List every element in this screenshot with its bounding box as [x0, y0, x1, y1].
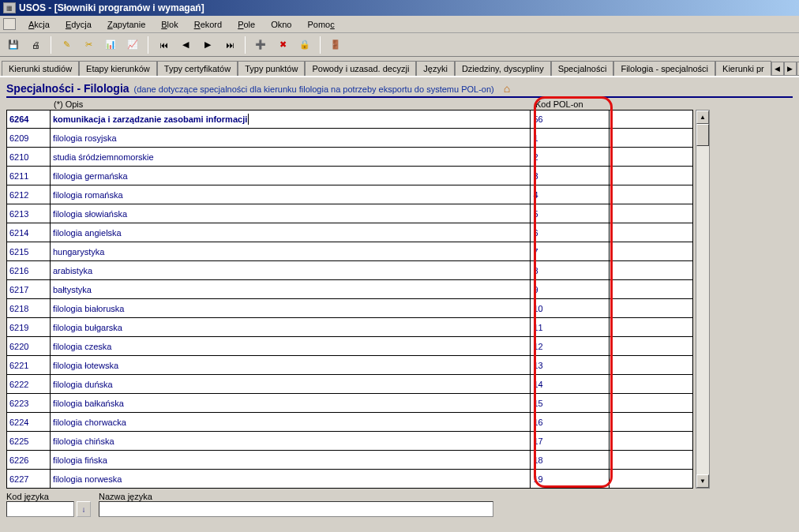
cell-kod[interactable]: 13 — [530, 356, 609, 375]
cell-id[interactable]: 6225 — [6, 432, 50, 451]
cell-opis[interactable]: filologia germańska — [50, 167, 531, 185]
cell-id[interactable]: 6227 — [6, 470, 50, 489]
delete-button[interactable]: ✖ — [274, 36, 291, 54]
cell-extra[interactable] — [609, 299, 693, 318]
cell-extra[interactable] — [609, 110, 693, 129]
tab-scroll-left[interactable]: ◀ — [771, 62, 784, 76]
cell-extra[interactable] — [609, 337, 693, 356]
cell-kod[interactable]: 9 — [530, 280, 609, 299]
cell-id[interactable]: 6213 — [6, 204, 50, 223]
cell-extra[interactable] — [609, 280, 693, 299]
table-row[interactable]: 6224filologia chorwacka16 — [6, 413, 693, 432]
table-row[interactable]: 6264komunikacja i zarządzanie zasobami i… — [6, 110, 693, 129]
cell-id[interactable]: 6224 — [6, 413, 50, 432]
cell-extra[interactable] — [609, 167, 693, 185]
menu-zapytanie[interactable]: Zapytanie — [99, 18, 153, 31]
cell-extra[interactable] — [609, 413, 693, 432]
cell-extra[interactable] — [609, 356, 693, 375]
tab-typy-punkt-w[interactable]: Typy punktów — [238, 61, 305, 76]
cell-id[interactable]: 6215 — [6, 242, 50, 261]
table-row[interactable]: 6217bałtystyka9 — [6, 280, 693, 299]
cell-extra[interactable] — [609, 129, 693, 148]
cell-kod[interactable]: 19 — [530, 470, 609, 489]
cell-kod[interactable]: 11 — [530, 318, 609, 337]
cell-opis[interactable]: filologia rosyjska — [50, 129, 531, 148]
menu-pomoc[interactable]: Pomoc — [299, 18, 342, 31]
menu-edycja[interactable]: Edycja — [58, 18, 99, 31]
cut-button[interactable]: ✂ — [80, 36, 97, 54]
kod-jezyka-lookup-button[interactable]: ↓ — [77, 501, 91, 517]
tab-kierunki-studi-w[interactable]: Kierunki studiów — [2, 61, 79, 76]
cell-kod[interactable]: 15 — [530, 394, 609, 413]
cell-id[interactable]: 6264 — [6, 110, 50, 129]
cell-opis[interactable]: arabistyka — [50, 261, 531, 280]
cell-opis[interactable]: filologia bałkańska — [50, 394, 531, 413]
cell-id[interactable]: 6218 — [6, 299, 50, 318]
cell-opis[interactable]: bałtystyka — [50, 280, 531, 299]
table-row[interactable]: 6211filologia germańska3 — [6, 167, 693, 185]
cell-id[interactable]: 6219 — [6, 318, 50, 337]
scroll-up-arrow[interactable]: ▲ — [696, 111, 709, 124]
cell-opis[interactable]: filologia duńska — [50, 375, 531, 394]
first-button[interactable]: ⏮ — [155, 36, 172, 54]
cell-opis[interactable]: komunikacja i zarządzanie zasobami infor… — [50, 110, 531, 129]
cell-opis[interactable]: filologia angielska — [50, 223, 531, 242]
scroll-thumb[interactable] — [696, 124, 709, 146]
kod-jezyka-input[interactable] — [6, 501, 74, 517]
table-row[interactable]: 6209filologia rosyjska1 — [6, 129, 693, 148]
cell-extra[interactable] — [609, 451, 693, 470]
table-row[interactable]: 6221filologia łotewska13 — [6, 356, 693, 375]
table-row[interactable]: 6212filologia romańska4 — [6, 185, 693, 204]
scroll-track[interactable] — [696, 124, 709, 474]
tab-dziedziny-dyscypliny[interactable]: Dziedziny, dyscypliny — [455, 61, 551, 76]
cell-id[interactable]: 6220 — [6, 337, 50, 356]
lock-button[interactable]: 🔒 — [296, 36, 313, 54]
cell-kod[interactable]: 16 — [530, 413, 609, 432]
cell-opis[interactable]: filologia fińska — [50, 451, 531, 470]
tab-powody-i-uzasad-decyzji[interactable]: Powody i uzasad. decyzji — [305, 61, 416, 76]
cell-kod[interactable]: 8 — [530, 261, 609, 280]
insert-button[interactable]: ➕ — [252, 36, 269, 54]
prev-button[interactable]: ◀ — [177, 36, 194, 54]
table-row[interactable]: 6223filologia bałkańska15 — [6, 394, 693, 413]
menu-pole[interactable]: Pole — [230, 18, 263, 31]
cell-id[interactable]: 6210 — [6, 148, 50, 167]
cell-extra[interactable] — [609, 470, 693, 489]
cell-kod[interactable]: 2 — [530, 148, 609, 167]
table-row[interactable]: 6210studia śródziemnomorskie2 — [6, 148, 693, 167]
table-row[interactable]: 6225filologia chińska17 — [6, 432, 693, 451]
table-row[interactable]: 6215hungarystyka7 — [6, 242, 693, 261]
table-row[interactable]: 6219filologia bułgarska11 — [6, 318, 693, 337]
cell-opis[interactable]: filologia romańska — [50, 185, 531, 204]
cell-kod[interactable]: 7 — [530, 242, 609, 261]
cell-extra[interactable] — [609, 148, 693, 167]
cell-extra[interactable] — [609, 223, 693, 242]
tab-kierunki-pr[interactable]: Kierunki pr — [715, 61, 771, 76]
cell-id[interactable]: 6221 — [6, 356, 50, 375]
cell-id[interactable]: 6222 — [6, 375, 50, 394]
cell-kod[interactable]: 18 — [530, 451, 609, 470]
cell-kod[interactable]: 14 — [530, 375, 609, 394]
tab-typy-certyfikat-w[interactable]: Typy certyfikatów — [157, 61, 238, 76]
cell-kod[interactable]: 1 — [530, 129, 609, 148]
save-button[interactable]: 💾 — [5, 36, 22, 54]
exit-button[interactable]: 🚪 — [327, 36, 344, 54]
menu-rekord[interactable]: Rekord — [186, 18, 230, 31]
tab-j-zyki[interactable]: Języki — [416, 61, 455, 76]
cell-extra[interactable] — [609, 242, 693, 261]
menu-okno[interactable]: Okno — [263, 18, 299, 31]
cell-kod[interactable]: 4 — [530, 185, 609, 204]
tab-specjalno-ci[interactable]: Specjalności — [551, 61, 614, 76]
print-button[interactable]: 🖨 — [27, 36, 44, 54]
cell-kod[interactable]: 5 — [530, 204, 609, 223]
edit-button[interactable]: ✎ — [58, 36, 75, 54]
tab-filologia-specjalno-ci[interactable]: Filologia - specjalności — [613, 61, 715, 76]
cell-kod[interactable]: 6 — [530, 223, 609, 242]
cell-id[interactable]: 6209 — [6, 129, 50, 148]
cell-id[interactable]: 6216 — [6, 261, 50, 280]
cell-extra[interactable] — [609, 394, 693, 413]
cell-id[interactable]: 6223 — [6, 394, 50, 413]
cell-opis[interactable]: filologia chorwacka — [50, 413, 531, 432]
tab-scroll-right[interactable]: ▶ — [784, 62, 797, 76]
cell-extra[interactable] — [609, 261, 693, 280]
